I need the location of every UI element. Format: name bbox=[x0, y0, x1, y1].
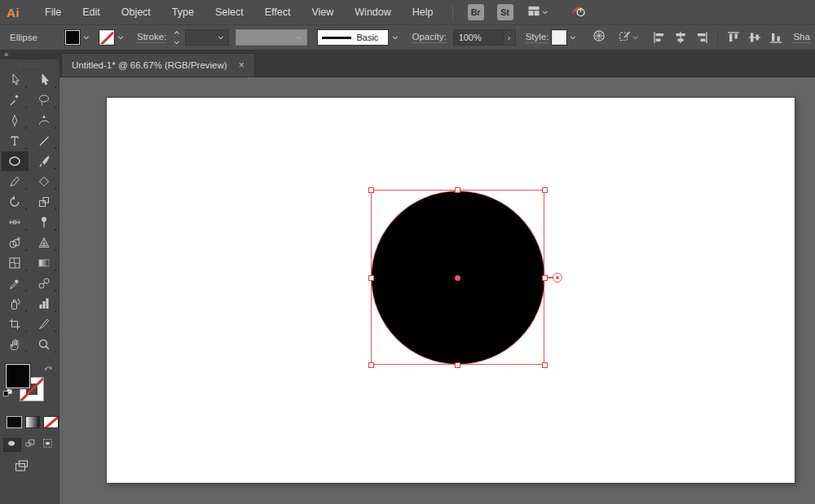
selection-handle[interactable] bbox=[455, 187, 460, 193]
menu-object[interactable]: Object bbox=[111, 0, 161, 24]
paintbrush-tool[interactable] bbox=[31, 151, 58, 171]
style-panel-link[interactable]: Style: bbox=[526, 32, 549, 43]
align-buttons-group bbox=[652, 30, 783, 45]
ellipse-tool[interactable] bbox=[2, 151, 29, 171]
shape-builder-tool[interactable] bbox=[2, 233, 29, 252]
free-transform-tool[interactable] bbox=[31, 213, 58, 232]
magic-wand-tool[interactable] bbox=[2, 90, 29, 110]
pie-widget-handle[interactable] bbox=[553, 273, 562, 283]
fill-dropdown-chevron-icon[interactable] bbox=[82, 33, 91, 42]
blend-tool[interactable] bbox=[31, 274, 58, 293]
selection-handle[interactable] bbox=[542, 187, 548, 193]
curvature-tool[interactable] bbox=[31, 111, 58, 130]
gradient-button[interactable] bbox=[25, 416, 41, 428]
gradient-tool[interactable] bbox=[31, 253, 58, 273]
vertical-align-center-button[interactable] bbox=[747, 31, 762, 44]
pen-tool[interactable] bbox=[2, 111, 29, 130]
horizontal-align-left-button[interactable] bbox=[652, 31, 667, 44]
stroke-weight-stepper[interactable] bbox=[173, 28, 182, 47]
opacity-panel-link[interactable]: Opacity: bbox=[412, 32, 446, 43]
change-screen-mode-button[interactable] bbox=[0, 459, 59, 476]
opacity-more-button[interactable]: › bbox=[504, 29, 516, 46]
line-segment-tool[interactable] bbox=[31, 131, 58, 151]
fill-color-swatch[interactable] bbox=[65, 30, 80, 45]
artboard-tool[interactable] bbox=[2, 314, 29, 334]
selection-handle[interactable] bbox=[542, 275, 548, 281]
perspective-grid-tool[interactable] bbox=[31, 233, 58, 252]
pencil-tool[interactable] bbox=[2, 172, 29, 191]
document-tab-title: Untitled-1* @ 66.67% (RGB/Preview) bbox=[72, 60, 227, 70]
column-graph-tool[interactable] bbox=[31, 294, 58, 313]
recolor-artwork-button[interactable] bbox=[593, 29, 606, 46]
brush-dropdown-chevron-icon[interactable] bbox=[391, 33, 400, 42]
workspace-switcher[interactable] bbox=[526, 5, 550, 20]
fill-proxy-swatch[interactable] bbox=[6, 364, 30, 388]
menu-edit[interactable]: Edit bbox=[72, 0, 111, 24]
vertical-align-bottom-button[interactable] bbox=[769, 31, 783, 44]
menu-items: FileEditObjectTypeSelectEffectViewWindow… bbox=[34, 0, 444, 24]
selection-tool[interactable] bbox=[2, 70, 29, 90]
rotate-tool[interactable] bbox=[2, 192, 29, 212]
lasso-tool[interactable] bbox=[31, 90, 58, 110]
vertical-align-top-button[interactable] bbox=[726, 31, 741, 44]
stroke-panel-link[interactable]: Stroke: bbox=[137, 32, 166, 43]
horizontal-align-right-button[interactable] bbox=[694, 31, 709, 44]
brush-definition-select[interactable]: Basic bbox=[317, 29, 389, 46]
gpu-performance-button[interactable] bbox=[568, 3, 588, 21]
draw-behind-button[interactable] bbox=[21, 438, 39, 452]
style-dropdown-chevron-icon[interactable] bbox=[569, 33, 578, 42]
stroke-dropdown-chevron-icon[interactable] bbox=[117, 33, 126, 42]
stroke-color-swatch[interactable] bbox=[99, 30, 114, 45]
graphic-styles-panel-button[interactable]: St bbox=[497, 4, 513, 20]
width-tool[interactable] bbox=[2, 213, 29, 232]
horizontal-align-center-button[interactable] bbox=[673, 31, 688, 44]
shape-panel-link[interactable]: Sha bbox=[793, 32, 809, 43]
selection-center-point[interactable] bbox=[455, 275, 460, 281]
close-tab-icon[interactable]: × bbox=[239, 60, 244, 70]
draw-normal-icon bbox=[7, 438, 18, 453]
selection-handle[interactable] bbox=[455, 362, 460, 368]
selection-handle[interactable] bbox=[368, 187, 374, 193]
collapse-panel-button[interactable]: « bbox=[4, 50, 9, 59]
stepper-down-icon[interactable] bbox=[173, 38, 182, 47]
scale-tool[interactable] bbox=[31, 192, 58, 212]
zoom-tool[interactable] bbox=[31, 335, 58, 354]
slice-tool[interactable] bbox=[31, 314, 58, 334]
draw-inside-button[interactable] bbox=[39, 438, 57, 452]
document-tab[interactable]: Untitled-1* @ 66.67% (RGB/Preview) × bbox=[61, 53, 255, 77]
shaper-tool[interactable] bbox=[31, 172, 58, 191]
mesh-tool[interactable] bbox=[2, 253, 29, 273]
hand-tool[interactable] bbox=[2, 335, 29, 354]
color-button[interactable] bbox=[7, 416, 22, 428]
swap-fill-stroke-icon[interactable] bbox=[43, 362, 55, 377]
menu-type[interactable]: Type bbox=[161, 0, 205, 24]
opacity-input[interactable]: 100% bbox=[453, 29, 504, 46]
illustrator-window: Ai FileEditObjectTypeSelectEffectViewWin… bbox=[0, 0, 815, 504]
stepper-up-icon[interactable] bbox=[173, 28, 182, 37]
menu-file[interactable]: File bbox=[34, 0, 72, 24]
draw-normal-button[interactable] bbox=[3, 438, 21, 452]
type-tool[interactable] bbox=[2, 131, 29, 151]
stroke-weight-select[interactable] bbox=[185, 29, 229, 46]
menu-effect[interactable]: Effect bbox=[254, 0, 302, 24]
isolate-object-button[interactable] bbox=[619, 29, 641, 46]
menu-window[interactable]: Window bbox=[344, 0, 401, 24]
menu-view[interactable]: View bbox=[301, 0, 344, 24]
none-button[interactable] bbox=[43, 416, 59, 428]
canvas[interactable] bbox=[59, 77, 815, 504]
default-fill-stroke-icon[interactable] bbox=[2, 388, 14, 402]
menu-help[interactable]: Help bbox=[402, 0, 444, 24]
menu-select[interactable]: Select bbox=[205, 0, 254, 24]
eyedropper-tool[interactable] bbox=[2, 274, 29, 293]
selection-handle[interactable] bbox=[368, 275, 374, 281]
selection-handle[interactable] bbox=[542, 362, 548, 368]
panel-grip[interactable] bbox=[19, 64, 40, 67]
graphic-style-swatch[interactable] bbox=[552, 30, 566, 45]
workspace-icon bbox=[526, 5, 541, 20]
symbol-sprayer-tool[interactable] bbox=[2, 294, 29, 313]
brushes-panel-button[interactable]: Br bbox=[468, 4, 484, 20]
selection-handle[interactable] bbox=[368, 362, 374, 368]
direct-selection-tool[interactable] bbox=[31, 70, 58, 90]
brush-stroke-preview bbox=[322, 37, 351, 39]
app-logo: Ai bbox=[7, 6, 34, 20]
